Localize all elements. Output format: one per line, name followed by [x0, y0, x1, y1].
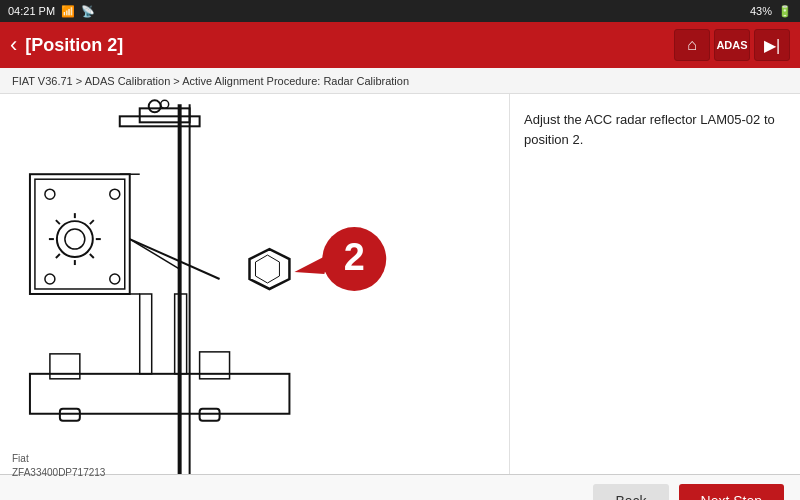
carrier-icon: 📡 [81, 5, 95, 18]
breadcrumb: FIAT V36.71 > ADAS Calibration > Active … [0, 68, 800, 94]
exit-button[interactable]: ▶| [754, 29, 790, 61]
adas-icon: ADAS [716, 39, 747, 51]
home-button[interactable]: ⌂ [674, 29, 710, 61]
adas-button[interactable]: ADAS [714, 29, 750, 61]
action-row: Fiat ZFA33400DP717213 Back Next Step [0, 474, 800, 500]
title-left: ‹ [Position 2] [10, 34, 123, 56]
home-icon: ⌂ [687, 36, 697, 54]
battery-text: 43% [750, 5, 772, 17]
wifi-icon: 📶 [61, 5, 75, 18]
instruction-text: Adjust the ACC radar reflector LAM05-02 … [524, 110, 786, 149]
footer-brand: Fiat [12, 453, 29, 464]
breadcrumb-text: FIAT V36.71 > ADAS Calibration > Active … [12, 75, 409, 87]
title-icons: ⌂ ADAS ▶| [674, 29, 790, 61]
status-bar: 04:21 PM 📶 📡 43% 🔋 [0, 0, 800, 22]
svg-rect-0 [0, 94, 509, 473]
svg-text:2: 2 [344, 236, 365, 278]
time-display: 04:21 PM [8, 5, 55, 17]
title-bar: ‹ [Position 2] ⌂ ADAS ▶| [0, 22, 800, 68]
diagram-area: 2 [0, 94, 510, 474]
page-title: [Position 2] [25, 35, 123, 56]
diagram-svg: 2 [0, 94, 509, 474]
back-arrow-icon[interactable]: ‹ [10, 34, 17, 56]
battery-icon: 🔋 [778, 5, 792, 18]
footer-code: ZFA33400DP717213 [12, 467, 105, 478]
main-content: 2 Adjust the ACC radar reflector LAM05-0… [0, 94, 800, 474]
exit-icon: ▶| [764, 36, 780, 55]
status-right: 43% 🔋 [750, 5, 792, 18]
instruction-area: Adjust the ACC radar reflector LAM05-02 … [510, 94, 800, 474]
next-step-button[interactable]: Next Step [679, 484, 784, 501]
back-button[interactable]: Back [593, 484, 668, 501]
status-left: 04:21 PM 📶 📡 [8, 5, 95, 18]
